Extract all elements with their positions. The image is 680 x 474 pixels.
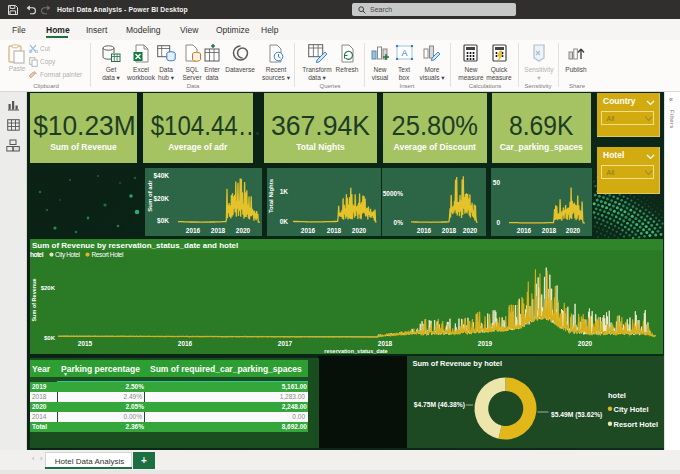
svg-text:City Hotel: City Hotel xyxy=(614,405,649,414)
svg-text:hotel: hotel xyxy=(608,391,626,400)
svg-text:$4.75M (46.38%): $4.75M (46.38%) xyxy=(414,401,465,409)
svg-text:$5.49M (53.62%): $5.49M (53.62%) xyxy=(551,411,602,419)
svg-text:Resort Hotel: Resort Hotel xyxy=(614,420,659,429)
